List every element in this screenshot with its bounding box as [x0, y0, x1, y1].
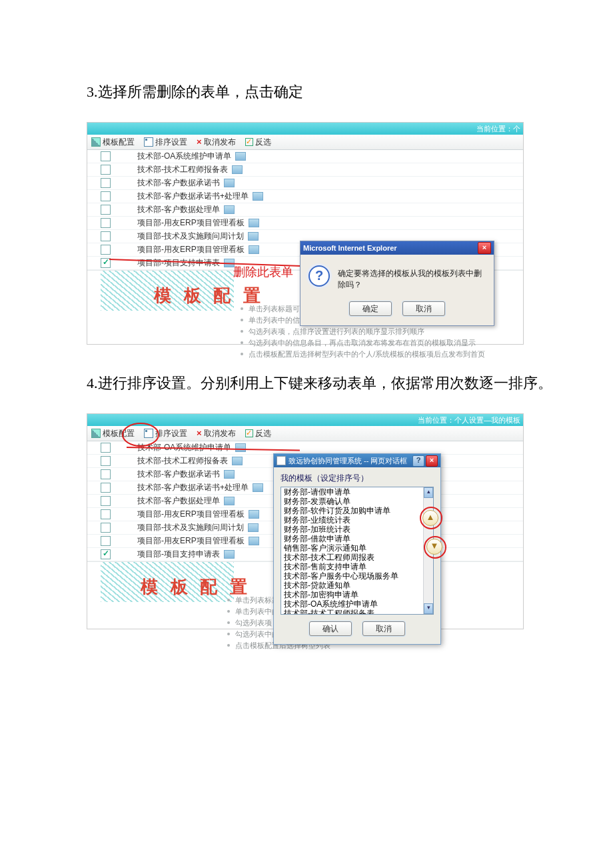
cancel-publish-button[interactable]: ×取消发布 [197, 137, 236, 148]
row-name: 项目部-用友ERP项目管理看板 [137, 244, 245, 255]
template-config-button[interactable]: 模板配置 [91, 137, 135, 148]
page-icon [249, 537, 259, 545]
list-item[interactable]: 技术部-OA系统维护申请单 [281, 599, 424, 609]
checkbox[interactable] [101, 191, 111, 201]
row-name: 项目部-用友ERP项目管理看板 [137, 217, 245, 229]
dialog-title: Microsoft Internet Explorer [303, 244, 397, 252]
page-icon [235, 152, 246, 161]
checkbox[interactable] [101, 456, 111, 466]
checkbox[interactable] [101, 151, 111, 161]
list-item[interactable]: 财务部-发票确认单 [281, 497, 424, 506]
row-name: 项目部-技术及实施顾问周计划 [137, 231, 244, 242]
sort-settings-button[interactable]: 排序设置 [144, 137, 187, 148]
table-row[interactable]: 技术部-客户数据处理单 [87, 203, 523, 217]
location-label: 当前位置：个人设置—我的模板 [418, 415, 520, 425]
row-name: 项目部-技术及实施顾问周计划 [137, 522, 244, 533]
scroll-up-icon[interactable]: ▴ [424, 487, 433, 498]
page-icon [235, 443, 246, 452]
check-icon [245, 138, 253, 146]
checkbox[interactable] [101, 509, 111, 519]
checkbox[interactable] [101, 218, 111, 228]
help-icon[interactable]: ? [412, 455, 424, 467]
checkbox[interactable] [101, 231, 111, 241]
table-row[interactable]: 项目部-用友ERP项目管理看板 [87, 217, 523, 230]
table-row[interactable]: 技术部-客户数据承诺书+处理单 [87, 190, 523, 203]
question-icon: ? [308, 265, 330, 287]
checkbox[interactable] [101, 245, 111, 255]
table-row[interactable]: 技术部-OA系统维护申请单 [87, 150, 523, 163]
page-icon [232, 165, 243, 174]
cancel-label: 取消发布 [204, 137, 236, 148]
list-item[interactable]: 技术部-技术工程师周报表 [281, 553, 424, 562]
row-name: 技术部-客户数据承诺书+处理单 [137, 482, 249, 493]
scroll-down-icon[interactable]: ▾ [424, 603, 433, 614]
list-item[interactable]: 技术部-技术工程师报备表 [281, 609, 424, 614]
sort-dialog-label: 我的模板（设定排序号） [274, 467, 440, 487]
dialog-title: 致远协创协同管理系统 -- 网页对话框 [289, 456, 407, 466]
page-icon [248, 232, 259, 241]
checkbox[interactable] [101, 178, 111, 188]
checkbox[interactable] [101, 496, 111, 506]
cancel-button[interactable]: 取消 [402, 301, 445, 316]
list-item[interactable]: 技术部-售前支持申请单 [281, 562, 424, 571]
cancel-publish-button[interactable]: ×取消发布 [197, 428, 236, 439]
screenshot-4: 当前位置：个人设置—我的模板 模板配置 排序设置 ×取消发布 反选 技术部-OA… [87, 413, 524, 629]
row-name: 技术部-客户数据处理单 [137, 495, 220, 507]
toolbar: 模板配置 排序设置 ×取消发布 反选 [87, 135, 523, 150]
list-item[interactable]: 技术部-加密狗申请单 [281, 590, 424, 599]
row-name: 项目部-用友ERP项目管理看板 [137, 535, 245, 547]
page-icon [249, 510, 259, 519]
checkbox[interactable] [101, 469, 111, 479]
page-icon [224, 179, 235, 187]
page-icon [224, 470, 235, 479]
cancel-label: 取消发布 [204, 428, 236, 439]
page-icon [224, 497, 235, 505]
list-item[interactable]: 财务部-加班统计表 [281, 525, 424, 534]
table-row[interactable]: 技术部-客户数据承诺书 [87, 177, 523, 190]
dialog-message: 确定要将选择的模板从我的模板列表中删除吗？ [338, 265, 486, 291]
x-icon: × [197, 430, 202, 437]
ok-button[interactable]: 确认 [309, 621, 352, 636]
page-icon [232, 457, 243, 465]
config-icon [91, 137, 101, 147]
x-icon: × [197, 139, 202, 145]
close-icon[interactable]: × [426, 455, 438, 467]
checkbox[interactable] [101, 549, 111, 559]
tip-item: 点击模板配置后选择树型列表中的个人/系统模板的模板项后点发布到首页 [241, 349, 516, 360]
checkbox[interactable] [101, 536, 111, 546]
list-item[interactable]: 技术部-客户服务中心现场服务单 [281, 571, 424, 581]
tip-item: 勾选列表项，点排序设置进行列表的顺序显示排列顺序 [241, 326, 516, 337]
checkbox[interactable] [101, 165, 111, 175]
ok-button[interactable]: 确定 [349, 301, 392, 316]
invert-label: 反选 [255, 428, 271, 439]
invert-select-button[interactable]: 反选 [245, 137, 271, 148]
list-item[interactable]: 财务部-请假申请单 [281, 487, 424, 497]
checkbox[interactable] [101, 205, 111, 215]
table-row[interactable]: 技术部-技术工程师报备表 [87, 163, 523, 177]
page-icon [248, 523, 259, 532]
invert-label: 反选 [255, 137, 271, 148]
dialog-titlebar: 致远协创协同管理系统 -- 网页对话框 ?× [274, 454, 440, 467]
location-label: 当前位置：个 [476, 124, 520, 134]
step4-heading: 4.进行排序设置。分别利用上下键来移动表单，依据常用次数逐一排序。 [87, 371, 613, 395]
ie-confirm-dialog: Microsoft Internet Explorer × ? 确定要将选择的模… [300, 241, 494, 326]
checkbox[interactable] [101, 483, 111, 493]
list-item[interactable]: 技术部-贷款通知单 [281, 581, 424, 590]
row-name: 技术部-客户数据承诺书 [137, 177, 220, 189]
screenshot-3: 当前位置：个 模板配置 排序设置 ×取消发布 反选 技术部-OA系统维护申请单技… [87, 122, 524, 345]
page-icon [224, 205, 235, 214]
cancel-button[interactable]: 取消 [362, 621, 405, 636]
checkbox[interactable] [101, 523, 111, 533]
sort-listbox[interactable]: 财务部-请假申请单财务部-发票确认单财务部-软件订货及加购申请单财务部-业绩统计… [281, 487, 434, 615]
list-item[interactable]: 财务部-业绩统计表 [281, 515, 424, 525]
list-item[interactable]: 财务部-软件订货及加购申请单 [281, 506, 424, 515]
dialog-titlebar: Microsoft Internet Explorer × [301, 241, 494, 255]
invert-select-button[interactable]: 反选 [245, 428, 271, 439]
page-icon [249, 245, 259, 254]
checkbox[interactable] [101, 443, 111, 453]
step3-heading: 3.选择所需删除的表单，点击确定 [87, 80, 613, 103]
list-item[interactable]: 销售部-客户演示通知单 [281, 543, 424, 553]
list-item[interactable]: 财务部-借款申请单 [281, 534, 424, 543]
close-icon[interactable]: × [478, 242, 491, 254]
delete-annotation: 删除此表单 [233, 264, 293, 280]
